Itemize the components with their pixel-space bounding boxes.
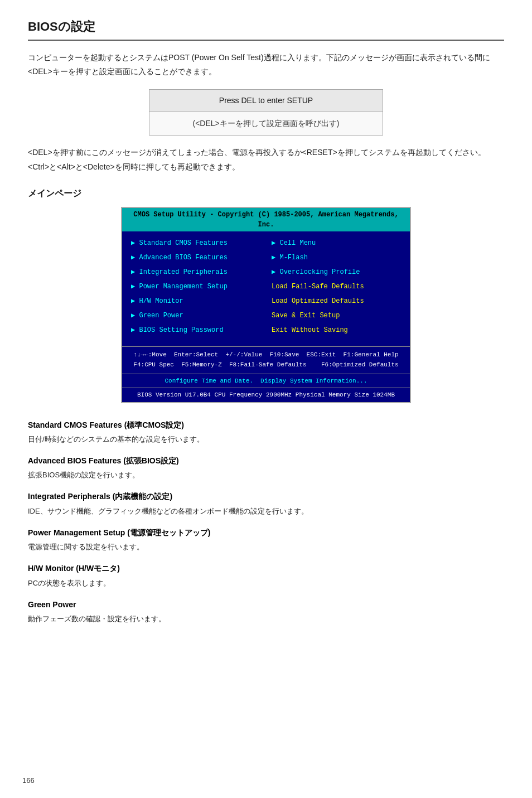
- reset-text: <DEL>を押す前にこのメッセージが消えてしまった場合、電源を再投入するか<RE…: [28, 146, 504, 173]
- feature-title-0: Standard CMOS Features (標準CMOS設定): [28, 419, 504, 431]
- bios-screen-wrapper: CMOS Setup Utility - Copyright (C) 1985-…: [28, 207, 504, 403]
- section-title: BIOSの設定: [28, 17, 504, 41]
- bios-footer-version: BIOS Version U17.0B4 CPU Frequency 2900M…: [122, 388, 410, 402]
- bios-footer-keys: ↑↓→←:Move Enter:Select +/-/:Value F10:Sa…: [122, 346, 410, 373]
- bios-item-m-flash[interactable]: M-Flash: [272, 253, 401, 263]
- bios-screen: CMOS Setup Utility - Copyright (C) 1985-…: [121, 207, 411, 403]
- feature-title-3: Power Management Setup (電源管理セットアップ): [28, 526, 504, 539]
- del-box-bottom-text: (<DEL>キーを押して設定画面を呼び出す): [149, 112, 383, 135]
- feature-desc-2: IDE、サウンド機能、グラフィック機能などの各種オンボード機能の設定を行います。: [28, 505, 504, 518]
- intro-text: コンピューターを起動するとシステムはPOST (Power On Self Te…: [28, 51, 504, 79]
- feature-title-4: H/W Monitor (H/Wモニタ): [28, 562, 504, 574]
- bios-item-hw-monitor[interactable]: H/W Monitor: [131, 296, 260, 306]
- bios-content: Standard CMOS Features Advanced BIOS Fea…: [122, 231, 410, 346]
- feature-desc-5: 動作フェーズ数の確認・設定を行います。: [28, 613, 504, 625]
- feature-desc-4: PCの状態を表示します。: [28, 577, 504, 589]
- bios-title-bar: CMOS Setup Utility - Copyright (C) 1985-…: [122, 208, 410, 231]
- bios-item-overclocking[interactable]: Overclocking Profile: [272, 267, 401, 277]
- feature-title-2: Integrated Peripherals (内蔵機能の設定): [28, 490, 504, 502]
- feature-power: Power Management Setup (電源管理セットアップ) 電源管理…: [28, 526, 504, 553]
- feature-desc-3: 電源管理に関する設定を行います。: [28, 541, 504, 553]
- feature-title-1: Advanced BIOS Features (拡張BIOS設定): [28, 454, 504, 467]
- main-page-heading: メインページ: [28, 186, 504, 201]
- feature-advanced-bios: Advanced BIOS Features (拡張BIOS設定) 拡張BIOS…: [28, 454, 504, 481]
- feature-green-power: Green Power 動作フェーズ数の確認・設定を行います。: [28, 598, 504, 625]
- bios-item-advanced-bios[interactable]: Advanced BIOS Features: [131, 253, 260, 263]
- bios-footer-configure: Configure Time and Date. Display System …: [122, 374, 410, 388]
- del-box: Press DEL to enter SETUP (<DEL>キーを押して設定画…: [149, 89, 383, 136]
- bios-right-col: Cell Menu M-Flash Overclocking Profile L…: [266, 238, 401, 340]
- bios-item-green-power[interactable]: Green Power: [131, 311, 260, 321]
- bios-item-standard-cmos[interactable]: Standard CMOS Features: [131, 238, 260, 248]
- del-box-top-text: Press DEL to enter SETUP: [149, 90, 383, 112]
- feature-title-5: Green Power: [28, 598, 504, 611]
- bios-item-bios-password[interactable]: BIOS Setting Password: [131, 325, 260, 335]
- bios-item-cell-menu[interactable]: Cell Menu: [272, 238, 401, 248]
- page-number: 166: [22, 775, 35, 787]
- feature-desc-0: 日付/時刻などのシステムの基本的な設定を行います。: [28, 433, 504, 446]
- feature-desc-1: 拡張BIOS機能の設定を行います。: [28, 469, 504, 481]
- bios-item-exit-without-saving[interactable]: Exit Without Saving: [272, 325, 401, 335]
- feature-integrated: Integrated Peripherals (内蔵機能の設定) IDE、サウン…: [28, 490, 504, 517]
- bios-left-col: Standard CMOS Features Advanced BIOS Fea…: [131, 238, 266, 340]
- bios-item-load-optimized[interactable]: Load Optimized Defaults: [272, 296, 401, 306]
- bios-item-power[interactable]: Power Management Setup: [131, 282, 260, 292]
- bios-item-integrated[interactable]: Integrated Peripherals: [131, 267, 260, 277]
- bios-item-load-failsafe[interactable]: Load Fail-Safe Defaults: [272, 282, 401, 292]
- bios-item-save-exit[interactable]: Save & Exit Setup: [272, 311, 401, 321]
- page-container: BIOSの設定 コンピューターを起動するとシステムはPOST (Power On…: [0, 0, 532, 798]
- feature-standard-cmos: Standard CMOS Features (標準CMOS設定) 日付/時刻な…: [28, 419, 504, 446]
- feature-hw-monitor: H/W Monitor (H/Wモニタ) PCの状態を表示します。: [28, 562, 504, 589]
